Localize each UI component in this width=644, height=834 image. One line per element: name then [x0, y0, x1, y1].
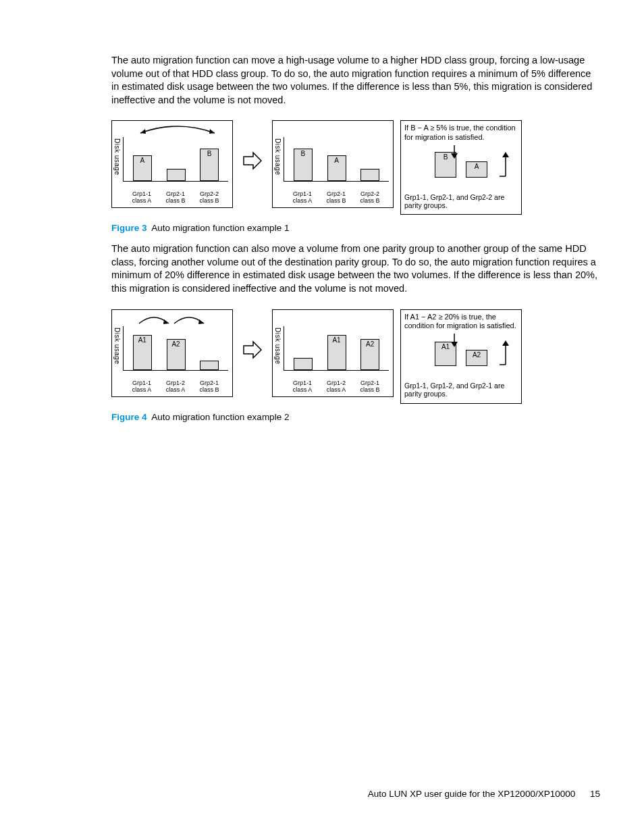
- condition-text: If A1 − A2 ≥ 20% is true, the condition …: [401, 310, 521, 333]
- fig3-condition-panel: If B − A ≥ 5% is true, the condition for…: [400, 120, 522, 215]
- bar-wrap: A2: [161, 339, 191, 370]
- bar: A: [133, 155, 152, 181]
- bar: A2: [360, 339, 379, 370]
- page-number: 15: [590, 789, 600, 799]
- figure-4: Disk usage A1A2 Grp1-1class AGrp1-2class…: [111, 309, 600, 404]
- x-label: Grp2-1class B: [355, 380, 385, 394]
- footer-title: Auto LUN XP user guide for the XP12000/X…: [368, 789, 575, 799]
- bar-wrap: A: [128, 155, 157, 181]
- fig4-after-panel: Disk usage A1A2 Grp1-1class AGrp1-2class…: [272, 309, 394, 397]
- bar-wrap: [161, 169, 191, 181]
- condition-text: If B − A ≥ 5% is true, the condition for…: [401, 121, 521, 144]
- bar: A1: [133, 335, 152, 370]
- x-label: Grp2-1class B: [321, 191, 351, 205]
- bar: A1: [327, 335, 346, 370]
- bar: A: [466, 161, 487, 178]
- fig4-before-panel: Disk usage A1A2 Grp1-1class AGrp1-2class…: [111, 309, 233, 397]
- transition-arrow-icon: [242, 151, 263, 170]
- up-arrow-icon: [500, 338, 512, 371]
- bar-wrap: A1: [322, 335, 352, 370]
- bar-wrap: A: [322, 155, 352, 181]
- bar: [294, 358, 313, 370]
- bar-wrap: B: [194, 149, 224, 181]
- figure-3: Disk usage AB Grp1-1class AGrp2-1class B…: [111, 120, 600, 215]
- fig3-before-panel: Disk usage AB Grp1-1class AGrp2-1class B…: [111, 120, 233, 208]
- y-axis-label: Disk usage: [274, 138, 281, 175]
- y-axis-label: Disk usage: [274, 328, 281, 364]
- page-footer: Auto LUN XP user guide for the XP12000/X…: [368, 789, 600, 799]
- bar: B: [294, 149, 313, 181]
- x-label: Grp1-2class A: [321, 380, 351, 394]
- svg-marker-1: [209, 129, 215, 134]
- down-arrow-icon: [448, 332, 460, 366]
- figure-number: Figure 3: [111, 223, 147, 233]
- svg-marker-8: [198, 319, 204, 324]
- fig3-after-panel: Disk usage BA Grp1-1class AGrp2-1class B…: [272, 120, 394, 208]
- condition-note: Grp1-1, Grp2-1, and Grp2-2 are parity gr…: [401, 191, 521, 212]
- x-label: Grp1-1class A: [288, 380, 317, 394]
- condition-note: Grp1-1, Grp1-2, and Grp2-1 are parity gr…: [401, 380, 521, 400]
- x-label: Grp2-2class B: [355, 191, 385, 205]
- figure-number: Figure 4: [111, 412, 147, 422]
- x-label: Grp1-1class A: [127, 380, 157, 394]
- figure-3-caption: Figure 3 Auto migration function example…: [111, 223, 600, 233]
- svg-marker-7: [163, 319, 169, 324]
- figure-caption-text: Auto migration function example 1: [151, 223, 289, 233]
- down-arrow-icon: [448, 144, 460, 178]
- y-axis-label: Disk usage: [113, 328, 121, 364]
- figure-caption-text: Auto migration function example 2: [151, 412, 289, 422]
- bar: A2: [466, 350, 487, 366]
- bar-wrap: [194, 361, 224, 370]
- x-label: Grp1-1class A: [288, 191, 317, 205]
- bar-wrap: A2: [355, 339, 385, 370]
- svg-marker-5: [502, 152, 509, 157]
- svg-marker-3: [451, 153, 458, 159]
- bar: A: [327, 155, 346, 181]
- figure-4-caption: Figure 4 Auto migration function example…: [111, 412, 600, 422]
- fig4-condition-panel: If A1 − A2 ≥ 20% is true, the condition …: [400, 309, 522, 404]
- x-label: Grp1-1class A: [127, 191, 157, 205]
- x-label: Grp2-1class B: [194, 380, 224, 394]
- y-axis-label: Disk usage: [113, 138, 121, 175]
- bar-wrap: A1: [128, 335, 157, 370]
- bar: B: [200, 149, 219, 181]
- bar: A2: [167, 339, 186, 370]
- bar: [360, 169, 379, 181]
- bar-wrap: B: [288, 149, 318, 181]
- transition-arrow-icon: [242, 340, 263, 359]
- bar-wrap: [288, 358, 318, 370]
- x-label: Grp1-2class A: [161, 380, 190, 394]
- svg-marker-10: [451, 342, 458, 347]
- intro-paragraph-1: The auto migration function can move a h…: [111, 54, 600, 107]
- x-label: Grp2-1class B: [161, 191, 190, 205]
- bar: [167, 169, 186, 181]
- bar-wrap: [355, 169, 385, 181]
- up-arrow-icon: [500, 149, 512, 183]
- intro-paragraph-2: The auto migration function can also mov…: [111, 242, 600, 295]
- bar: [200, 361, 219, 370]
- x-label: Grp2-2class B: [194, 191, 224, 205]
- svg-marker-12: [502, 340, 509, 346]
- svg-marker-0: [140, 129, 146, 134]
